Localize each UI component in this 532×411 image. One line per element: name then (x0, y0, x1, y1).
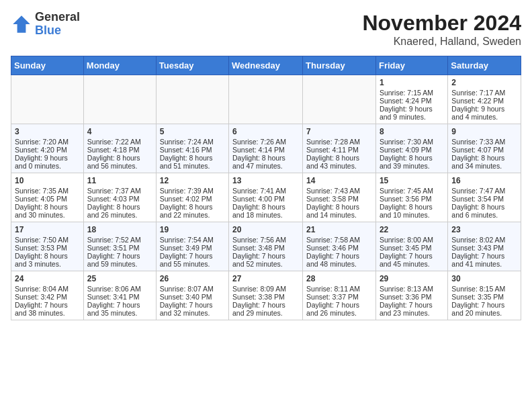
day-info: Sunset: 3:40 PM (160, 293, 225, 301)
day-info: Sunrise: 7:20 AM (15, 138, 80, 146)
day-number: 9 (451, 127, 517, 136)
logo-blue: Blue (35, 24, 80, 38)
day-info: Sunrise: 8:09 AM (232, 285, 299, 293)
day-info: Sunrise: 7:43 AM (306, 187, 372, 195)
day-info: Sunset: 3:45 PM (380, 244, 444, 252)
day-info: Sunset: 4:22 PM (451, 97, 517, 105)
day-info: Daylight: 7 hours and 55 minutes. (160, 252, 225, 268)
calendar-cell: 12Sunrise: 7:39 AMSunset: 4:02 PMDayligh… (156, 173, 228, 222)
day-info: Sunset: 4:24 PM (380, 97, 444, 105)
day-info: Daylight: 7 hours and 20 minutes. (451, 301, 517, 317)
day-info: Daylight: 7 hours and 45 minutes. (380, 252, 444, 268)
day-info: Sunset: 4:07 PM (451, 146, 517, 154)
day-info: Daylight: 8 hours and 34 minutes. (451, 154, 517, 170)
day-info: Sunset: 4:20 PM (15, 146, 80, 154)
day-info: Sunrise: 7:54 AM (160, 236, 225, 244)
calendar-cell (229, 75, 303, 124)
day-info: Sunrise: 7:28 AM (306, 138, 372, 146)
day-number: 29 (380, 274, 444, 283)
day-info: Daylight: 7 hours and 23 minutes. (380, 301, 444, 317)
day-info: Daylight: 8 hours and 10 minutes. (380, 203, 444, 219)
day-info: Daylight: 8 hours and 39 minutes. (380, 154, 444, 170)
day-number: 23 (451, 225, 517, 234)
day-header-tuesday: Tuesday (156, 56, 228, 75)
day-info: Sunrise: 7:52 AM (87, 236, 152, 244)
calendar-cell: 25Sunrise: 8:06 AMSunset: 3:41 PMDayligh… (83, 271, 156, 320)
day-info: Sunrise: 7:41 AM (232, 187, 299, 195)
calendar-table: SundayMondayTuesdayWednesdayThursdayFrid… (11, 56, 521, 320)
calendar-cell (156, 75, 228, 124)
day-number: 5 (160, 127, 225, 136)
day-info: Daylight: 8 hours and 47 minutes. (232, 154, 299, 170)
day-info: Sunset: 3:43 PM (451, 244, 517, 252)
day-info: Sunrise: 8:11 AM (306, 285, 372, 293)
day-info: Sunrise: 7:37 AM (87, 187, 152, 195)
day-info: Sunset: 3:42 PM (15, 293, 80, 301)
day-info: Sunrise: 7:45 AM (380, 187, 444, 195)
day-info: Daylight: 8 hours and 56 minutes. (87, 154, 152, 170)
week-row-2: 3Sunrise: 7:20 AMSunset: 4:20 PMDaylight… (11, 124, 521, 173)
calendar-cell: 7Sunrise: 7:28 AMSunset: 4:11 PMDaylight… (303, 124, 376, 173)
day-info: Daylight: 8 hours and 26 minutes. (87, 203, 152, 219)
day-info: Sunset: 4:18 PM (87, 146, 152, 154)
calendar-cell: 13Sunrise: 7:41 AMSunset: 4:00 PMDayligh… (229, 173, 303, 222)
day-info: Daylight: 7 hours and 38 minutes. (15, 301, 80, 317)
calendar-body: 1Sunrise: 7:15 AMSunset: 4:24 PMDaylight… (11, 75, 521, 320)
day-info: Daylight: 7 hours and 52 minutes. (232, 252, 299, 268)
day-info: Sunset: 4:11 PM (306, 146, 372, 154)
day-info: Sunset: 4:05 PM (15, 195, 80, 203)
calendar-cell: 29Sunrise: 8:13 AMSunset: 3:36 PMDayligh… (375, 271, 447, 320)
logo-icon (11, 13, 32, 35)
calendar-cell: 21Sunrise: 7:58 AMSunset: 3:46 PMDayligh… (303, 222, 376, 271)
day-info: Sunrise: 7:30 AM (380, 138, 444, 146)
calendar-cell: 24Sunrise: 8:04 AMSunset: 3:42 PMDayligh… (11, 271, 84, 320)
calendar-cell: 15Sunrise: 7:45 AMSunset: 3:56 PMDayligh… (375, 173, 447, 222)
calendar-cell: 1Sunrise: 7:15 AMSunset: 4:24 PMDaylight… (375, 75, 447, 124)
calendar-cell: 5Sunrise: 7:24 AMSunset: 4:16 PMDaylight… (156, 124, 228, 173)
calendar-cell: 23Sunrise: 8:02 AMSunset: 3:43 PMDayligh… (448, 222, 521, 271)
calendar-cell: 22Sunrise: 8:00 AMSunset: 3:45 PMDayligh… (375, 222, 447, 271)
day-info: Sunset: 3:49 PM (160, 244, 225, 252)
day-info: Sunrise: 8:13 AM (380, 285, 444, 293)
day-info: Daylight: 7 hours and 41 minutes. (451, 252, 517, 268)
day-number: 15 (380, 176, 444, 185)
calendar-cell: 6Sunrise: 7:26 AMSunset: 4:14 PMDaylight… (229, 124, 303, 173)
day-info: Daylight: 8 hours and 3 minutes. (15, 252, 80, 268)
day-info: Sunset: 3:35 PM (451, 293, 517, 301)
calendar-cell: 16Sunrise: 7:47 AMSunset: 3:54 PMDayligh… (448, 173, 521, 222)
day-info: Sunrise: 7:17 AM (451, 89, 517, 97)
calendar-cell (11, 75, 84, 124)
day-info: Daylight: 8 hours and 22 minutes. (160, 203, 225, 219)
day-info: Sunset: 4:16 PM (160, 146, 225, 154)
day-info: Sunset: 3:53 PM (15, 244, 80, 252)
day-info: Daylight: 7 hours and 35 minutes. (87, 301, 152, 317)
header-row: SundayMondayTuesdayWednesdayThursdayFrid… (11, 56, 521, 75)
calendar-cell: 3Sunrise: 7:20 AMSunset: 4:20 PMDaylight… (11, 124, 84, 173)
day-header-sunday: Sunday (11, 56, 84, 75)
day-number: 14 (306, 176, 372, 185)
logo-general: General (35, 11, 80, 24)
day-number: 16 (451, 176, 517, 185)
calendar-cell: 8Sunrise: 7:30 AMSunset: 4:09 PMDaylight… (375, 124, 447, 173)
day-number: 28 (306, 274, 372, 283)
calendar-cell: 30Sunrise: 8:15 AMSunset: 3:35 PMDayligh… (448, 271, 521, 320)
day-info: Daylight: 8 hours and 18 minutes. (232, 203, 299, 219)
week-row-1: 1Sunrise: 7:15 AMSunset: 4:24 PMDaylight… (11, 75, 521, 124)
calendar-cell: 9Sunrise: 7:33 AMSunset: 4:07 PMDaylight… (448, 124, 521, 173)
day-number: 11 (87, 176, 152, 185)
day-header-friday: Friday (375, 56, 447, 75)
day-info: Sunrise: 8:02 AM (451, 236, 517, 244)
week-row-3: 10Sunrise: 7:35 AMSunset: 4:05 PMDayligh… (11, 173, 521, 222)
day-info: Daylight: 7 hours and 32 minutes. (160, 301, 225, 317)
day-info: Sunrise: 8:15 AM (451, 285, 517, 293)
calendar-cell: 4Sunrise: 7:22 AMSunset: 4:18 PMDaylight… (83, 124, 156, 173)
month-title: November 2024 (362, 11, 521, 36)
calendar-cell: 19Sunrise: 7:54 AMSunset: 3:49 PMDayligh… (156, 222, 228, 271)
calendar-cell: 11Sunrise: 7:37 AMSunset: 4:03 PMDayligh… (83, 173, 156, 222)
day-info: Daylight: 8 hours and 43 minutes. (306, 154, 372, 170)
day-info: Sunrise: 8:04 AM (15, 285, 80, 293)
day-info: Daylight: 9 hours and 9 minutes. (380, 105, 444, 121)
day-info: Sunrise: 8:06 AM (87, 285, 152, 293)
day-info: Daylight: 9 hours and 4 minutes. (451, 105, 517, 121)
week-row-4: 17Sunrise: 7:50 AMSunset: 3:53 PMDayligh… (11, 222, 521, 271)
